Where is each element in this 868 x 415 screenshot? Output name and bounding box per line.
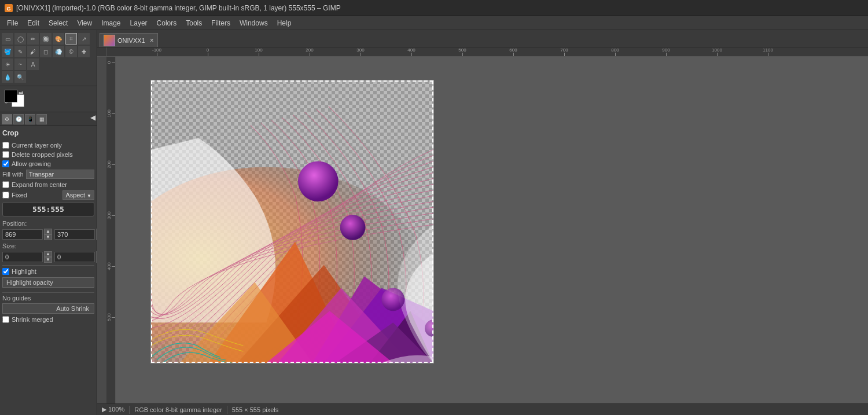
tool-paintbucket[interactable]: 🪣: [2, 46, 13, 57]
svg-point-14: [381, 288, 404, 311]
delete-cropped-checkbox[interactable]: [2, 151, 9, 158]
position-y-input[interactable]: [54, 229, 95, 240]
shrink-merged-checkbox[interactable]: [2, 316, 9, 323]
tool-row-2: 🪣 ✎ 🖌 ◻ 💨 © ✚: [1, 45, 95, 58]
aspect-dropdown[interactable]: Aspect ▼: [62, 190, 94, 200]
menu-item-tools[interactable]: Tools: [181, 18, 207, 28]
menu-item-select[interactable]: Select: [44, 18, 72, 28]
tab-history[interactable]: 🕐: [13, 114, 24, 124]
position-spinboxes: ▲ ▼ ▲ ▼: [2, 229, 94, 240]
art-image: [151, 80, 433, 363]
tool-crop[interactable]: ⌗: [65, 33, 77, 45]
zoom-level: ▶ 100%: [102, 406, 124, 413]
highlight-label[interactable]: Highlight: [2, 268, 36, 275]
color-swatch-wrap: ⇄ ↺: [3, 89, 32, 109]
foreground-color[interactable]: [5, 90, 17, 102]
position-x-input[interactable]: [2, 229, 43, 240]
fixed-option: Fixed Aspect ▼: [2, 190, 94, 200]
position-y-down[interactable]: ▼: [96, 234, 97, 240]
tool-heal[interactable]: ✚: [78, 46, 90, 57]
tool-eraser[interactable]: ◻: [40, 46, 52, 57]
tool-transform[interactable]: ↗: [78, 33, 90, 45]
menu-item-layer[interactable]: Layer: [126, 18, 152, 28]
highlight-checkbox[interactable]: [2, 268, 9, 275]
tool-color-picker[interactable]: 💧: [2, 71, 13, 83]
delete-cropped-option: Delete cropped pixels: [2, 151, 94, 158]
fill-with-value[interactable]: Transpar: [26, 170, 94, 179]
allow-growing-checkbox[interactable]: [2, 160, 9, 167]
content-area: ONIVXX1 × -10001002003004005006007008009…: [97, 30, 868, 415]
color-swatch: ⇄ ↺: [0, 86, 97, 112]
shrink-merged-label[interactable]: Shrink merged: [2, 316, 53, 323]
position-y-up[interactable]: ▲: [96, 229, 97, 234]
svg-point-13: [340, 215, 366, 240]
position-x-down[interactable]: ▼: [44, 234, 52, 240]
menu-item-file[interactable]: File: [2, 18, 23, 28]
left-panel: ▭ ◯ ✏ 🔘 🎨 ⌗ ↗ 🪣 ✎ 🖌 ◻ 💨 © ✚ ☀ ~: [0, 30, 97, 415]
tab-close-btn[interactable]: ×: [150, 36, 154, 45]
expand-from-center-checkbox[interactable]: [2, 181, 9, 188]
tool-text[interactable]: A: [27, 58, 39, 70]
highlight-option: Highlight: [2, 268, 94, 275]
menu-item-image[interactable]: Image: [97, 18, 125, 28]
size-w-down[interactable]: ▼: [44, 257, 52, 263]
canvas-viewport[interactable]: [116, 57, 868, 403]
tool-rect-select[interactable]: ▭: [2, 33, 13, 45]
position-x-btns: ▲ ▼: [44, 229, 52, 240]
main-area: ▭ ◯ ✏ 🔘 🎨 ⌗ ↗ 🪣 ✎ 🖌 ◻ 💨 © ✚ ☀ ~: [0, 30, 868, 415]
menu-item-filters[interactable]: Filters: [207, 18, 235, 28]
auto-shrink-btn[interactable]: Auto Shrink: [2, 303, 94, 314]
size-h-input[interactable]: [54, 252, 95, 262]
image-dimensions: 555 × 555 pixels: [232, 406, 278, 413]
panel-tabs: ⚙ 🕐 📱 ▦ ◀: [0, 112, 97, 126]
position-label: Position:: [2, 220, 94, 227]
tool-paintbrush[interactable]: 🖌: [27, 46, 39, 57]
size-w-up[interactable]: ▲: [44, 251, 52, 257]
menu-item-colors[interactable]: Colors: [152, 18, 182, 28]
size-h-up[interactable]: ▲: [96, 251, 97, 257]
current-layer-checkbox[interactable]: [2, 142, 9, 149]
tool-fuzzy-select[interactable]: 🔘: [40, 33, 52, 45]
tool-row-3: ☀ ~ A: [1, 58, 95, 71]
size-w-input[interactable]: [2, 252, 43, 262]
tab-device-status[interactable]: 📱: [25, 114, 35, 124]
tool-dodge[interactable]: ☀: [2, 58, 13, 70]
tool-airbrush[interactable]: 💨: [53, 46, 64, 57]
shrink-merged-option: Shrink merged: [2, 316, 94, 323]
status-divider-1: [129, 406, 130, 414]
fixed-label[interactable]: Fixed: [2, 192, 27, 199]
tab-tool-options[interactable]: ⚙: [2, 114, 12, 124]
fixed-checkbox[interactable]: [2, 192, 9, 199]
menu-item-windows[interactable]: Windows: [235, 18, 273, 28]
tool-pencil[interactable]: ✎: [14, 46, 26, 57]
menu-item-edit[interactable]: Edit: [23, 18, 44, 28]
tool-clone[interactable]: ©: [65, 46, 77, 57]
canvas-with-rulers: -100010020030040050060070080090010001100…: [106, 47, 868, 403]
canvas-area: -100010020030040050060070080090010001100…: [97, 47, 868, 403]
allow-growing-label[interactable]: Allow growing: [2, 160, 51, 167]
tab-patterns[interactable]: ▦: [36, 114, 47, 124]
position-x-up[interactable]: ▲: [44, 229, 52, 234]
svg-text:G: G: [6, 6, 10, 12]
tool-ellipse-select[interactable]: ◯: [14, 33, 26, 45]
size-w-btns: ▲ ▼: [44, 251, 52, 263]
menu-item-help[interactable]: Help: [273, 18, 296, 28]
tool-row-4: 💧 🔍: [1, 71, 95, 83]
panel-collapse-btn[interactable]: ◀: [90, 113, 95, 125]
tool-select-by-color[interactable]: 🎨: [53, 33, 64, 45]
expand-from-center-label[interactable]: Expand from center: [2, 181, 67, 188]
highlight-opacity-btn[interactable]: Highlight opacity: [2, 277, 94, 288]
delete-cropped-label[interactable]: Delete cropped pixels: [2, 151, 73, 158]
size-h-down[interactable]: ▼: [96, 257, 97, 263]
tool-free-select[interactable]: ✏: [27, 33, 39, 45]
menu-item-view[interactable]: View: [72, 18, 97, 28]
app-icon: G: [5, 4, 13, 12]
tool-smudge[interactable]: ~: [14, 58, 26, 70]
current-layer-label[interactable]: Current layer only: [2, 142, 62, 149]
menu-bar: FileEditSelectViewImageLayerColorsToolsF…: [0, 16, 868, 30]
tool-zoom[interactable]: 🔍: [14, 71, 26, 83]
size-w-unit: ▲ ▼: [2, 251, 52, 263]
dropdown-arrow: ▼: [87, 193, 91, 199]
current-layer-option: Current layer only: [2, 142, 94, 149]
image-tab-1[interactable]: ONIVXX1 ×: [100, 33, 158, 47]
